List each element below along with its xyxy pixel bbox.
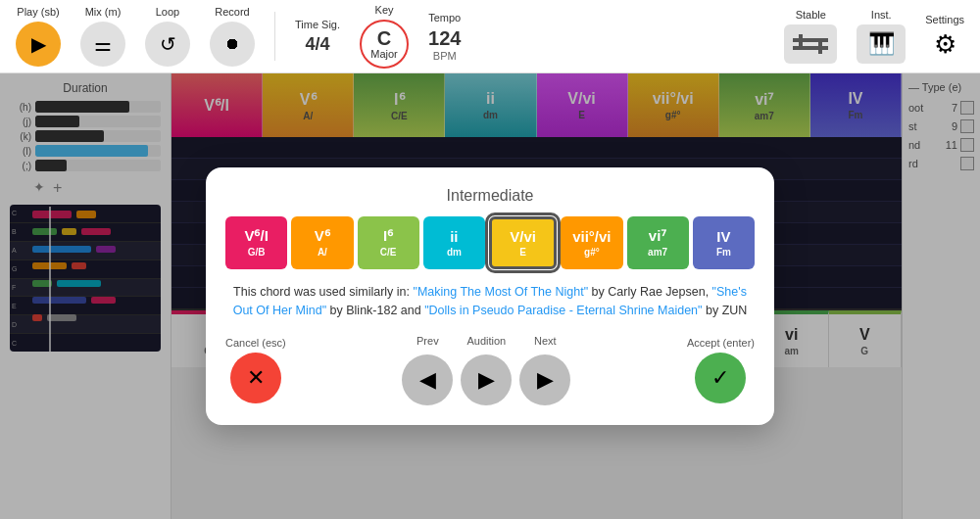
settings-label: Settings	[925, 14, 964, 25]
play-button[interactable]: ▶	[16, 22, 61, 67]
modal-chord-sub: E	[519, 247, 526, 258]
modal-overlay: Intermediate V⁶/IG/BV⁶A/I⁶C/EiidmV/viEvi…	[0, 73, 980, 519]
settings-button[interactable]: ⚙	[934, 29, 956, 60]
modal-chord-cell[interactable]: V/viE	[489, 216, 557, 269]
mix-group: Mix (m) ⚌	[80, 6, 125, 67]
key-group: Key C Major	[360, 4, 409, 69]
key-button[interactable]: C Major	[360, 20, 409, 69]
time-sig-group: Time Sig. 4/4	[295, 19, 340, 55]
inst-button[interactable]: 🎹	[857, 24, 906, 64]
modal-chord-cell[interactable]: IVFm	[693, 216, 755, 269]
modal-chord-name: vii°/vi	[572, 228, 611, 245]
cancel-button[interactable]: ✕	[230, 353, 281, 403]
toolbar: Play (sb) ▶ Mix (m) ⚌ Loop ↺ Record ⏺ Ti…	[0, 0, 980, 73]
modal-chord-name: I⁶	[383, 227, 393, 245]
play-group: Play (sb) ▶	[16, 6, 61, 67]
stable-group: Stable	[784, 9, 837, 64]
modal-chord-cell[interactable]: I⁶C/E	[358, 216, 419, 269]
tempo-value[interactable]: 124	[428, 27, 461, 50]
divider-1	[274, 12, 275, 61]
modal-chord-sub: am7	[648, 247, 667, 258]
cancel-label: Cancel (esc)	[225, 337, 286, 349]
modal-chord-name: vi⁷	[649, 227, 667, 245]
accept-group: Accept (enter) ✓	[687, 337, 755, 403]
modal-chord-sub: G/B	[248, 247, 266, 258]
record-group: Record ⏺	[210, 6, 255, 67]
accept-label: Accept (enter)	[687, 337, 755, 349]
play-label: Play (sb)	[17, 6, 59, 18]
modal-description: This chord was used similarly in: "Makin…	[225, 283, 755, 320]
modal-chord-row: V⁶/IG/BV⁶A/I⁶C/EiidmV/viEvii°/vig#°vi⁷am…	[225, 216, 755, 269]
modal-chord-name: V⁶	[315, 227, 330, 245]
next-button[interactable]: ▶	[519, 354, 570, 405]
modal-chord-name: V⁶/I	[244, 227, 268, 245]
nav-buttons: ◀ ▶ ▶	[402, 354, 570, 405]
inst-group: Inst. 🎹	[857, 9, 906, 64]
modal: Intermediate V⁶/IG/BV⁶A/I⁶C/EiidmV/viEvi…	[206, 167, 774, 426]
modal-chord-cell[interactable]: V⁶A/	[291, 216, 353, 269]
nav-group: Prev Audition Next ◀ ▶ ▶	[402, 335, 570, 405]
loop-label: Loop	[156, 6, 179, 18]
modal-chord-sub: dm	[447, 247, 462, 258]
modal-chord-sub: g#°	[584, 247, 600, 258]
key-note: C	[377, 28, 391, 48]
tempo-label: Tempo	[428, 12, 461, 24]
nav-labels: Prev Audition Next	[402, 335, 570, 347]
main-area: Duration (h) (j) (k) (l) (;) ✦ +	[0, 73, 980, 519]
modal-chord-cell[interactable]: iidm	[423, 216, 485, 269]
modal-chord-cell[interactable]: vi⁷am7	[627, 216, 689, 269]
stable-label: Stable	[796, 9, 826, 21]
settings-group: Settings ⚙	[925, 14, 964, 60]
time-sig-value[interactable]: 4/4	[306, 34, 330, 55]
modal-chord-name: IV	[716, 228, 730, 245]
modal-chord-name: V/vi	[510, 228, 536, 245]
next-label: Next	[519, 335, 570, 347]
loop-group: Loop ↺	[145, 6, 190, 67]
time-sig-label: Time Sig.	[295, 19, 340, 30]
tempo-group: Tempo 124 BPM	[428, 12, 461, 62]
modal-title: Intermediate	[225, 187, 755, 205]
mix-label: Mix (m)	[85, 6, 122, 18]
modal-chord-sub: Fm	[716, 247, 731, 258]
accept-button[interactable]: ✓	[695, 353, 746, 403]
modal-chord-cell[interactable]: vii°/vig#°	[561, 216, 622, 269]
mix-button[interactable]: ⚌	[80, 22, 125, 67]
key-scale: Major	[370, 48, 398, 60]
audition-label: Audition	[461, 335, 512, 347]
key-label: Key	[375, 4, 394, 16]
svg-rect-0	[793, 38, 828, 42]
modal-buttons: Cancel (esc) ✕ Prev Audition Next ◀ ▶ ▶	[225, 335, 755, 405]
loop-button[interactable]: ↺	[145, 22, 190, 67]
ref-link-1[interactable]: "Making The Most Of The Night"	[413, 285, 588, 299]
tempo-unit: BPM	[428, 50, 461, 62]
prev-button[interactable]: ◀	[402, 354, 453, 405]
svg-rect-1	[793, 46, 828, 50]
ref-link-3[interactable]: "Dolls in Pseudo Paradise - Eternal Shri…	[424, 304, 702, 317]
record-button[interactable]: ⏺	[210, 22, 255, 67]
svg-rect-2	[799, 34, 803, 46]
modal-chord-cell[interactable]: V⁶/IG/B	[225, 216, 287, 269]
cancel-group: Cancel (esc) ✕	[225, 337, 286, 403]
svg-rect-3	[818, 42, 822, 54]
inst-label: Inst.	[871, 9, 892, 21]
record-label: Record	[215, 6, 249, 18]
prev-label: Prev	[402, 335, 453, 347]
modal-chord-sub: A/	[318, 247, 327, 258]
stable-button[interactable]	[784, 24, 837, 64]
modal-chord-sub: C/E	[380, 247, 397, 258]
audition-button[interactable]: ▶	[461, 354, 512, 405]
modal-chord-name: ii	[450, 228, 458, 245]
